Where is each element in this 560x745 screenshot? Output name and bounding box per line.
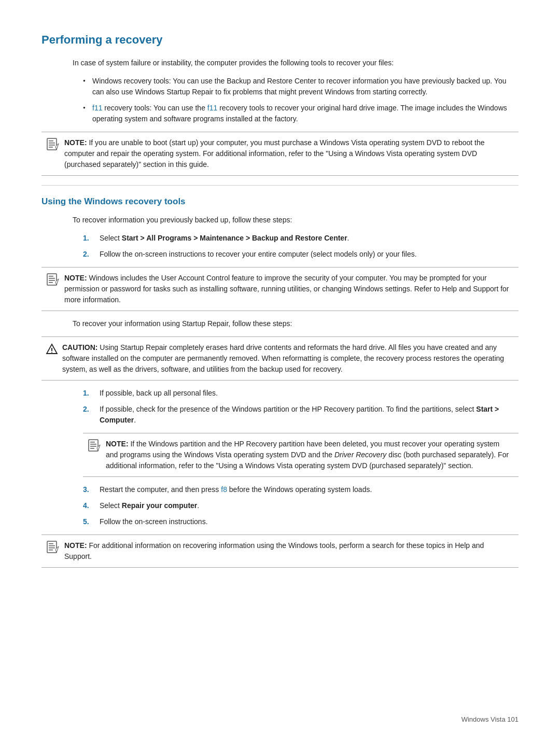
bullet-list: Windows recovery tools: You can use the … xyxy=(83,76,519,124)
note-1-content: NOTE: If you are unable to boot (start u… xyxy=(64,137,513,170)
note-1-label: NOTE: xyxy=(64,138,87,147)
steps-list-2: 1. If possible, back up all personal fil… xyxy=(83,388,519,426)
step-2-2-num: 2. xyxy=(83,404,93,426)
step-2-2-text: If possible, check for the presence of t… xyxy=(100,404,519,426)
svg-point-12 xyxy=(51,352,52,353)
note-icon-3 xyxy=(46,540,60,555)
note-icon-1 xyxy=(46,137,60,152)
svg-rect-9 xyxy=(49,282,53,283)
sub-note-text: If the Windows partition and the HP Reco… xyxy=(106,440,509,470)
note-2-body: Windows includes the User Account Contro… xyxy=(64,274,509,304)
f11-link-1: f11 xyxy=(92,104,102,112)
step-3-2: 4. Select Repair your computer. xyxy=(83,500,519,511)
svg-rect-17 xyxy=(90,448,94,449)
svg-rect-8 xyxy=(49,280,55,281)
page-title: Performing a recovery xyxy=(41,31,519,48)
step-1-text: Select Start > All Programs > Maintenanc… xyxy=(100,233,349,244)
sub-note-box: NOTE: If the Windows partition and the H… xyxy=(83,433,519,477)
sub-note-italic: Driver Recovery xyxy=(334,451,386,459)
section-divider-1 xyxy=(41,185,519,186)
step-3-3-num: 5. xyxy=(83,516,93,527)
steps-list-3: 3. Restart the computer, and then press … xyxy=(83,484,519,527)
caution-icon xyxy=(46,343,58,356)
svg-rect-20 xyxy=(49,545,55,546)
svg-rect-5 xyxy=(47,274,57,285)
note-1-body: If you are unable to boot (start up) you… xyxy=(64,138,485,168)
svg-rect-4 xyxy=(49,147,53,148)
intro-text: In case of system failure or instability… xyxy=(73,58,519,68)
svg-rect-21 xyxy=(49,547,55,549)
step-2-2-bold: Start > Computer xyxy=(100,405,499,424)
note-3-text: For additional information on recovering… xyxy=(64,541,484,560)
note-3-label: NOTE: xyxy=(64,541,87,550)
step-2-1-num: 1. xyxy=(83,388,93,399)
note-2-content: NOTE: Windows includes the User Account … xyxy=(64,273,513,305)
svg-rect-7 xyxy=(49,278,55,279)
section2-intro: To recover information you previously ba… xyxy=(73,215,519,226)
step-2-1-text: If possible, back up all personal files. xyxy=(100,388,218,399)
section-2-title: Using the Windows recovery tools xyxy=(41,195,519,208)
f11-link-2: f11 xyxy=(207,104,217,112)
step-2-2: 2. If possible, check for the presence o… xyxy=(83,404,519,426)
list-item: f11 recovery tools: You can use the f11 … xyxy=(83,103,519,124)
step-3-2-bold: Repair your computer xyxy=(122,501,197,510)
step-1-num: 1. xyxy=(83,233,93,244)
svg-rect-0 xyxy=(47,138,57,150)
step-3-3: 5. Follow the on-screen instructions. xyxy=(83,516,519,527)
svg-rect-13 xyxy=(89,440,98,451)
svg-rect-1 xyxy=(49,140,53,142)
svg-rect-16 xyxy=(90,446,96,447)
sub-note-label: NOTE: xyxy=(106,440,129,448)
step-3-2-num: 4. xyxy=(83,500,93,511)
note-box-2: NOTE: Windows includes the User Account … xyxy=(41,267,519,311)
note-box-3: NOTE: For additional information on reco… xyxy=(41,535,519,568)
svg-rect-15 xyxy=(90,444,96,445)
svg-rect-18 xyxy=(47,541,57,553)
step-2-text: Follow the on-screen instructions to rec… xyxy=(100,249,417,260)
step-3-1: 3. Restart the computer, and then press … xyxy=(83,484,519,495)
step-1: 1. Select Start > All Programs > Mainten… xyxy=(83,233,519,244)
list-item: Windows recovery tools: You can use the … xyxy=(83,76,519,97)
step-1-bold: Start > All Programs > Maintenance > Bac… xyxy=(122,234,347,242)
step-3-1-text: Restart the computer, and then press f8 … xyxy=(100,484,372,495)
bullet-item-2-text: recovery tools: You can use the xyxy=(102,104,207,112)
note-3-content: NOTE: For additional information on reco… xyxy=(64,540,513,562)
caution-content: CAUTION: Using Startup Repair completely… xyxy=(62,342,513,375)
step-2-1: 1. If possible, back up all personal fil… xyxy=(83,388,519,399)
caution-box: CAUTION: Using Startup Repair completely… xyxy=(41,336,519,381)
step-3-1-num: 3. xyxy=(83,484,93,495)
f8-link: f8 xyxy=(221,485,227,494)
note-box-1: NOTE: If you are unable to boot (start u… xyxy=(41,132,519,176)
steps-list-1: 1. Select Start > All Programs > Mainten… xyxy=(83,233,519,260)
section2-intro2: To recover your information using Startu… xyxy=(73,318,519,329)
svg-rect-6 xyxy=(49,276,53,277)
svg-rect-22 xyxy=(49,550,53,551)
svg-rect-19 xyxy=(49,543,53,544)
step-3-3-text: Follow the on-screen instructions. xyxy=(100,516,208,527)
step-3-2-text: Select Repair your computer. xyxy=(100,500,199,511)
sub-note-icon xyxy=(87,439,102,453)
caution-text: Using Startup Repair completely erases h… xyxy=(62,343,504,373)
svg-rect-3 xyxy=(49,145,55,146)
step-2-num: 2. xyxy=(83,249,93,260)
bullet-item-1: Windows recovery tools: You can use the … xyxy=(92,77,506,96)
svg-rect-2 xyxy=(49,143,55,144)
sub-note-content: NOTE: If the Windows partition and the H… xyxy=(106,439,513,471)
svg-rect-14 xyxy=(90,442,95,443)
caution-label: CAUTION: xyxy=(62,343,97,352)
note-2-label: NOTE: xyxy=(64,274,87,282)
step-2: 2. Follow the on-screen instructions to … xyxy=(83,249,519,260)
note-icon-2 xyxy=(46,273,60,287)
